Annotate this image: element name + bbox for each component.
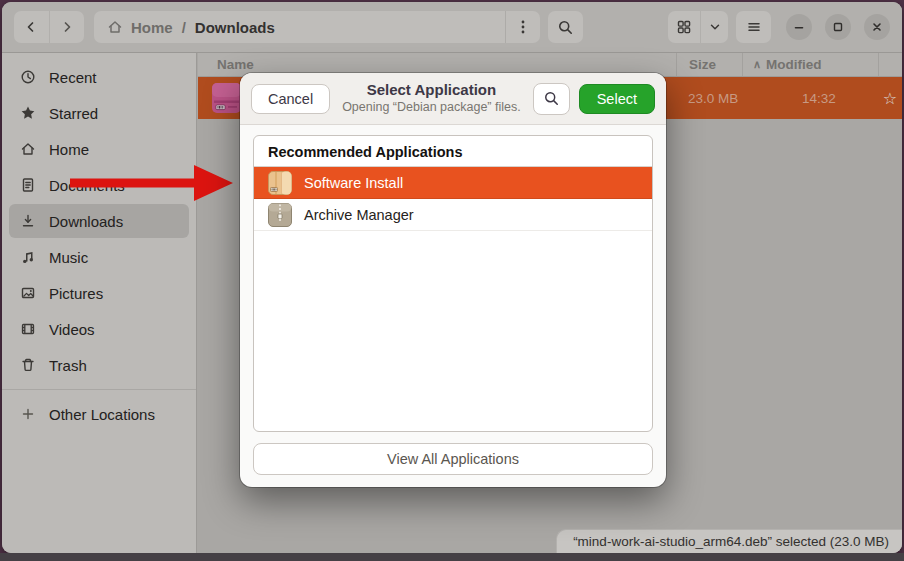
software-install-icon — [267, 170, 293, 196]
recommended-applications-header: Recommended Applications — [254, 136, 652, 167]
sidebar-item-pictures[interactable]: Pictures — [9, 276, 189, 310]
sidebar-item-label: Other Locations — [49, 406, 155, 423]
app-row-archive-manager[interactable]: Archive Manager — [254, 199, 652, 231]
dialog-subtitle: Opening “Debian package” files. — [330, 100, 533, 116]
dialog-search-button[interactable] — [533, 83, 570, 115]
kebab-menu-icon — [521, 19, 525, 35]
home-icon — [107, 19, 123, 35]
app-name: Software Install — [304, 175, 403, 191]
window-controls — [786, 14, 890, 40]
close-button[interactable] — [864, 14, 890, 40]
download-icon — [20, 213, 36, 229]
sidebar-item-label: Recent — [49, 69, 97, 86]
sidebar-item-trash[interactable]: Trash — [9, 348, 189, 382]
minimize-icon — [792, 20, 806, 34]
music-note-icon — [20, 249, 36, 265]
maximize-icon — [831, 20, 845, 34]
sidebar-item-music[interactable]: Music — [9, 240, 189, 274]
sort-ascending-icon: ∧ — [753, 58, 761, 71]
sidebar-item-label: Trash — [49, 357, 87, 374]
column-header-name[interactable]: Name — [198, 57, 676, 72]
path-menu-button[interactable] — [505, 11, 540, 43]
breadcrumb-separator: / — [182, 19, 186, 36]
sidebar-item-label: Home — [49, 141, 89, 158]
chevron-left-icon — [23, 19, 39, 35]
sidebar-item-label: Pictures — [49, 285, 103, 302]
dialog-title-block: Select Application Opening “Debian packa… — [330, 81, 533, 115]
sidebar-divider — [2, 389, 196, 390]
headerbar-right-cluster — [668, 11, 890, 43]
dialog-header: Cancel Select Application Opening “Debia… — [240, 73, 666, 125]
sidebar-item-label: Starred — [49, 105, 98, 122]
select-button[interactable]: Select — [579, 84, 655, 114]
breadcrumb-current: Downloads — [195, 19, 275, 36]
forward-button[interactable] — [50, 11, 85, 43]
sidebar-item-downloads[interactable]: Downloads — [9, 204, 189, 238]
trash-icon — [20, 357, 36, 373]
application-list: Recommended Applications Software Instal… — [253, 135, 653, 432]
column-header-star — [878, 53, 902, 76]
sidebar-item-videos[interactable]: Videos — [9, 312, 189, 346]
file-modified-time: 14:32 — [742, 91, 878, 106]
sidebar: Recent Starred Home Documents Downloads … — [2, 53, 197, 553]
sidebar-item-label: Music — [49, 249, 88, 266]
cancel-button[interactable]: Cancel — [251, 84, 330, 114]
grid-view-icon — [676, 19, 692, 35]
hamburger-menu-icon — [746, 19, 762, 35]
nav-button-group — [14, 11, 84, 43]
document-icon — [20, 177, 36, 193]
sidebar-item-starred[interactable]: Starred — [9, 96, 189, 130]
video-icon — [20, 321, 36, 337]
sidebar-item-label: Downloads — [49, 213, 123, 230]
red-annotation-arrow — [62, 161, 238, 205]
search-icon — [557, 19, 574, 36]
back-button[interactable] — [14, 11, 50, 43]
breadcrumb-home-label: Home — [131, 19, 173, 36]
status-bar: “mind-work-ai-studio_arm64.deb” selected… — [556, 529, 902, 553]
view-toggle-group — [668, 11, 728, 43]
app-row-software-install[interactable]: Software Install — [254, 167, 652, 199]
breadcrumb-home[interactable]: Home — [107, 19, 173, 36]
view-options-button[interactable] — [701, 11, 728, 43]
dialog-title: Select Application — [330, 81, 533, 100]
home-icon — [20, 141, 36, 157]
desktop-bottom-strip — [0, 553, 904, 561]
app-name: Archive Manager — [304, 207, 414, 223]
search-button[interactable] — [548, 11, 583, 43]
breadcrumb[interactable]: Home / Downloads — [94, 11, 540, 43]
archive-manager-icon — [267, 202, 293, 228]
sidebar-item-other-locations[interactable]: Other Locations — [9, 397, 189, 431]
grid-view-button[interactable] — [668, 11, 701, 43]
chevron-down-icon — [708, 20, 722, 34]
star-toggle-icon[interactable]: ☆ — [878, 89, 902, 108]
clock-icon — [20, 69, 36, 85]
maximize-button[interactable] — [825, 14, 851, 40]
sidebar-item-recent[interactable]: Recent — [9, 60, 189, 94]
sidebar-item-label: Videos — [49, 321, 95, 338]
search-icon — [543, 90, 560, 107]
file-size: 23.0 MB — [676, 91, 742, 106]
headerbar: Home / Downloads — [2, 2, 902, 53]
main-menu-button[interactable] — [736, 11, 771, 43]
deb-package-icon — [208, 80, 244, 116]
star-icon — [20, 105, 36, 121]
minimize-button[interactable] — [786, 14, 812, 40]
column-header-size[interactable]: Size — [676, 53, 742, 76]
plus-icon — [20, 406, 36, 422]
selection-status-text: “mind-work-ai-studio_arm64.deb” selected… — [573, 534, 889, 549]
chevron-right-icon — [59, 19, 75, 35]
column-header-modified[interactable]: ∧ Modified — [742, 53, 878, 76]
select-application-dialog: Cancel Select Application Opening “Debia… — [240, 73, 666, 487]
picture-icon — [20, 285, 36, 301]
view-all-applications-button[interactable]: View All Applications — [253, 443, 653, 475]
close-icon — [870, 20, 884, 34]
